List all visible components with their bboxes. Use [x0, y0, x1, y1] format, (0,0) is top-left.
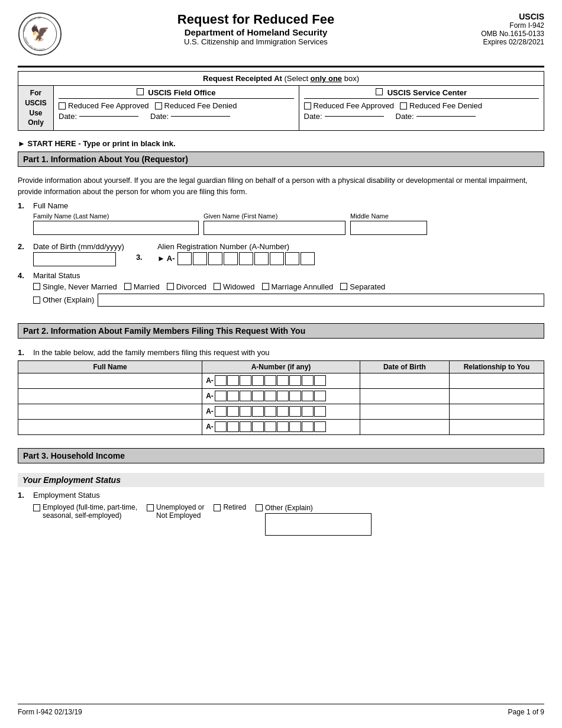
service-center-checkbox[interactable] [376, 88, 383, 95]
field-office-denied-label: Reduced Fee Denied [164, 101, 237, 110]
family-name-3[interactable] [18, 404, 202, 419]
service-center-approved-label: Reduced Fee Approved [314, 101, 395, 110]
form-number: Form I-942 [450, 21, 544, 30]
a-cell-4[interactable] [224, 252, 238, 265]
family-rel-3[interactable] [449, 404, 544, 419]
dob-label: Date of Birth (mm/dd/yyyy) [33, 242, 124, 251]
table-header-anumber: A-Number (if any) [202, 360, 360, 373]
a-cell-5[interactable] [239, 252, 253, 265]
a-cell-7[interactable] [270, 252, 284, 265]
emp-unemployed[interactable]: Unemployed orNot Employed [147, 503, 204, 520]
family-anumber-1: A- [202, 373, 360, 388]
field-office-denied[interactable]: Reduced Fee Denied [155, 101, 237, 110]
family-name-1[interactable] [18, 373, 202, 388]
field-office-label: USCIS Field Office [148, 88, 215, 97]
header-center: Request for Reduced Fee Department of Ho… [62, 12, 450, 46]
marital-married[interactable]: Married [124, 282, 160, 291]
table-row: A- [18, 404, 544, 419]
marital-other-checkbox[interactable]: Other (Explain) [33, 295, 94, 304]
family-anumber-3: A- [202, 404, 360, 419]
emp-other[interactable]: Other (Explain) [256, 503, 372, 536]
service-center-approved[interactable]: Reduced Fee Approved [304, 101, 395, 110]
department-name: Department of Homeland Security [62, 27, 450, 37]
form-title: Request for Reduced Fee [62, 12, 450, 27]
svg-text:🦅: 🦅 [30, 24, 50, 43]
family-anumber-2: A- [202, 388, 360, 404]
a-cell-6[interactable] [254, 252, 269, 265]
a-cell-1[interactable] [177, 252, 192, 265]
a-cell-2[interactable] [193, 252, 207, 265]
marital-widowed[interactable]: Widowed [214, 282, 254, 291]
employment-other-input[interactable] [265, 513, 372, 536]
field-office-approved[interactable]: Reduced Fee Approved [59, 101, 149, 110]
first-name-label: Given Name (First Name) [204, 212, 345, 220]
middle-name-label: Middle Name [350, 212, 427, 220]
table-row: A- [18, 373, 544, 388]
marital-divorced[interactable]: Divorced [167, 282, 206, 291]
uscis-logo: 🦅 DEPARTMENT OF HOMELAND SECURITY [18, 12, 62, 56]
family-dob-1[interactable] [360, 373, 449, 388]
marital-annulled[interactable]: Marriage Annulled [262, 282, 334, 291]
uscis-use-header: Request Receipted At (Select only one bo… [18, 72, 544, 86]
item2-dob: 2. Date of Birth (mm/dd/yyyy) 3. Alien R… [18, 242, 544, 266]
part3-header: Part 3. Household Income [18, 448, 544, 463]
a-cell-9[interactable] [301, 252, 315, 265]
field-office-approved-label: Reduced Fee Approved [68, 101, 149, 110]
request-receipted-label: Request Receipted At [203, 74, 282, 83]
family-rel-4[interactable] [449, 419, 544, 434]
item1-full-name: 1. Full Name Family Name (Last Name) Giv… [18, 201, 544, 239]
middle-name-input[interactable] [350, 221, 427, 235]
footer: Form I-942 02/13/19 Page 1 of 9 [18, 704, 544, 716]
uscis-use-label: ForUSCISUseOnly [18, 86, 54, 130]
agency-name: U.S. Citizenship and Immigration Service… [62, 37, 450, 46]
marital-other-label: Other (Explain) [43, 295, 94, 304]
service-center-date2: Date: [396, 112, 476, 121]
service-center-date1: Date: [304, 112, 384, 121]
start-here-notice: ► START HERE - Type or print in black in… [18, 139, 544, 148]
omb-number: OMB No.1615-0133 [450, 30, 544, 38]
family-dob-4[interactable] [360, 419, 449, 434]
family-dob-3[interactable] [360, 404, 449, 419]
service-center-denied[interactable]: Reduced Fee Denied [400, 101, 482, 110]
last-name-label: Family Name (Last Name) [33, 212, 199, 220]
marital-other-input[interactable] [98, 294, 544, 307]
family-dob-2[interactable] [360, 388, 449, 404]
employment-section-header: Your Employment Status [18, 473, 544, 487]
last-name-input[interactable] [33, 221, 199, 235]
field-office-date2: Date: [150, 112, 230, 121]
part2-header: Part 2. Information About Family Members… [18, 323, 544, 339]
part1-header: Part 1. Information About You (Requestor… [18, 152, 544, 167]
select-qualifier: (Select [285, 74, 311, 83]
item4-marital-status: 4. Marital Status Single, Never Married … [18, 271, 544, 307]
marital-options: Single, Never Married Married Divorced W… [33, 282, 544, 291]
employment-status-label: Employment Status [33, 491, 544, 500]
emp-retired[interactable]: Retired [214, 503, 246, 511]
marital-separated[interactable]: Separated [340, 282, 385, 291]
item1-family-label: 1. In the table below, add the family me… [18, 348, 544, 357]
marital-other-row: Other (Explain) [33, 294, 544, 307]
family-table-label: In the table below, add the family membe… [33, 348, 270, 357]
emp-employed[interactable]: Employed (full-time, part-time,seasonal,… [33, 503, 137, 520]
uscis-use-box: Request Receipted At (Select only one bo… [18, 71, 544, 131]
a-number-cells [177, 252, 315, 265]
a-cell-3[interactable] [208, 252, 222, 265]
family-rel-1[interactable] [449, 373, 544, 388]
service-center-col: USCIS Service Center Reduced Fee Approve… [299, 86, 544, 130]
family-rel-2[interactable] [449, 388, 544, 404]
field-office-checkbox[interactable] [137, 88, 144, 95]
first-name-input[interactable] [204, 221, 345, 235]
family-anumber-4: A- [202, 419, 360, 434]
full-name-label: Full Name [33, 201, 544, 210]
family-name-4[interactable] [18, 419, 202, 434]
field-office-date1: Date: [59, 112, 138, 121]
dob-input[interactable] [33, 252, 116, 266]
field-office-col: USCIS Field Office Reduced Fee Approved … [54, 86, 299, 130]
marital-single[interactable]: Single, Never Married [33, 282, 117, 291]
employment-options: Employed (full-time, part-time,seasonal,… [33, 503, 544, 536]
family-name-2[interactable] [18, 388, 202, 404]
a-number-prefix: ► A- [157, 254, 175, 263]
a-cell-8[interactable] [285, 252, 299, 265]
expiry-date: Expires 02/28/2021 [450, 38, 544, 46]
form-info-box: USCIS Form I-942 OMB No.1615-0133 Expire… [450, 12, 544, 46]
table-header-relationship: Relationship to You [449, 360, 544, 373]
